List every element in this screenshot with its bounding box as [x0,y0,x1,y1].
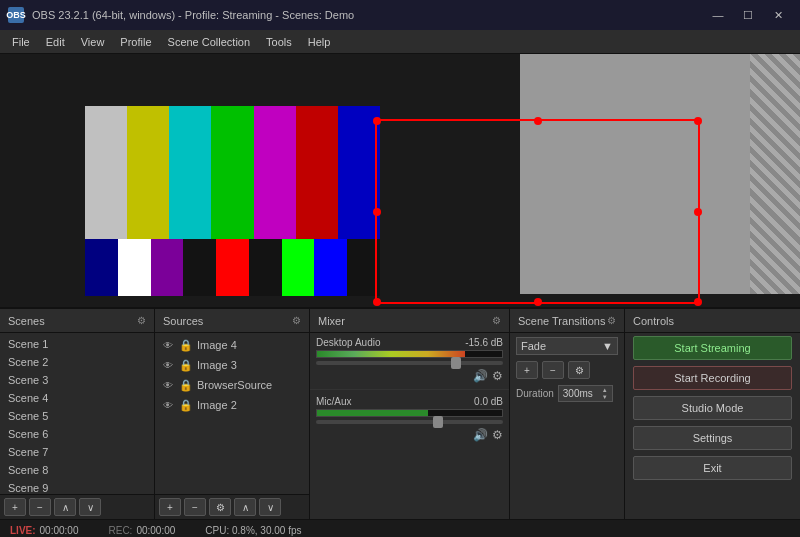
controls-panel: Controls Start Streaming Start Recording… [625,309,800,519]
sources-panel-icon[interactable]: ⚙ [292,315,301,326]
handle-tm [534,117,542,125]
mic-aux-config[interactable]: ⚙ [492,428,503,442]
transition-type-select[interactable]: Fade ▼ [516,337,618,355]
source-name: Image 4 [197,339,237,351]
desktop-audio-label: Desktop Audio [316,337,381,348]
sources-panel-label: Sources [163,315,203,327]
preview-area [0,54,800,309]
source-name: BrowserSource [197,379,272,391]
scenes-panel-icon[interactable]: ⚙ [137,315,146,326]
scene-item[interactable]: Scene 4 [2,389,152,407]
scenes-down-button[interactable]: ∨ [79,498,101,516]
scenes-list: Scene 1Scene 2Scene 3Scene 4Scene 5Scene… [0,333,154,494]
transitions-panel-icon[interactable]: ⚙ [607,315,616,326]
sources-down-button[interactable]: ∨ [259,498,281,516]
maximize-button[interactable]: ☐ [734,5,762,25]
handle-tl [373,117,381,125]
live-time: 00:00:00 [40,525,79,536]
mixer-divider [310,389,509,390]
duration-label: Duration [516,388,554,399]
sources-up-button[interactable]: ∧ [234,498,256,516]
transitions-add-button[interactable]: + [516,361,538,379]
source-lock-icon[interactable]: 🔒 [179,359,193,372]
source-item[interactable]: 👁 🔒 Image 3 [157,355,307,375]
sources-footer: + − ⚙ ∧ ∨ [155,494,309,519]
desktop-audio-mute[interactable]: 🔊 [473,369,488,383]
menu-view[interactable]: View [73,33,113,51]
live-label: LIVE: [10,525,36,536]
sources-settings-button[interactable]: ⚙ [209,498,231,516]
menu-tools[interactable]: Tools [258,33,300,51]
transitions-remove-button[interactable]: − [542,361,564,379]
menu-bar: File Edit View Profile Scene Collection … [0,30,800,54]
mic-aux-slider[interactable] [316,420,503,424]
scene-item[interactable]: Scene 9 [2,479,152,494]
scene-item[interactable]: Scene 5 [2,407,152,425]
scene-item[interactable]: Scene 2 [2,353,152,371]
menu-edit[interactable]: Edit [38,33,73,51]
controls-panel-header: Controls [625,309,800,333]
source-visibility-icon[interactable]: 👁 [161,398,175,412]
scene-item[interactable]: Scene 8 [2,461,152,479]
sources-list: 👁 🔒 Image 4 👁 🔒 Image 3 👁 🔒 BrowserSourc… [155,333,309,494]
smpte-color-bars [85,106,380,296]
menu-file[interactable]: File [4,33,38,51]
scenes-remove-button[interactable]: − [29,498,51,516]
sources-remove-button[interactable]: − [184,498,206,516]
source-visibility-icon[interactable]: 👁 [161,338,175,352]
status-bar: LIVE: 00:00:00 REC: 00:00:00 CPU: 0.8%, … [0,519,800,537]
scene-item[interactable]: Scene 7 [2,443,152,461]
desktop-audio-config[interactable]: ⚙ [492,369,503,383]
cpu-status: CPU: 0.8%, 30.00 fps [205,525,301,536]
duration-down-arrow[interactable]: ▼ [602,394,608,400]
source-item[interactable]: 👁 🔒 Image 4 [157,335,307,355]
transitions-add-row: + − ⚙ [510,359,624,381]
rec-time: 00:00:00 [136,525,175,536]
mixer-panel-icon[interactable]: ⚙ [492,315,501,326]
source-visibility-icon[interactable]: 👁 [161,358,175,372]
scenes-add-button[interactable]: + [4,498,26,516]
preview-black-left [0,54,85,309]
desktop-audio-meter [316,350,503,358]
mic-aux-channel: Mic/Aux 0.0 dB 🔊 ⚙ [310,392,509,446]
minimize-button[interactable]: — [704,5,732,25]
source-visibility-icon[interactable]: 👁 [161,378,175,392]
scene-item[interactable]: Scene 3 [2,371,152,389]
mic-aux-label: Mic/Aux [316,396,352,407]
title-text: OBS 23.2.1 (64-bit, windows) - Profile: … [32,9,354,21]
studio-mode-button[interactable]: Studio Mode [633,396,792,420]
transitions-panel-label: Scene Transitions [518,315,605,327]
desktop-audio-slider[interactable] [316,361,503,365]
source-lock-icon[interactable]: 🔒 [179,339,193,352]
start-recording-button[interactable]: Start Recording [633,366,792,390]
duration-value: 300ms [563,388,593,399]
source-item[interactable]: 👁 🔒 Image 2 [157,395,307,415]
title-bar: OBS OBS 23.2.1 (64-bit, windows) - Profi… [0,0,800,30]
transition-type-value: Fade [521,340,546,352]
desktop-audio-db: -15.6 dB [465,337,503,348]
scene-item[interactable]: Scene 1 [2,335,152,353]
app-icon: OBS [8,7,24,23]
scenes-panel-header: Scenes ⚙ [0,309,154,333]
scenes-up-button[interactable]: ∧ [54,498,76,516]
handle-tr [694,117,702,125]
close-button[interactable]: ✕ [764,5,792,25]
scene-item[interactable]: Scene 6 [2,425,152,443]
source-lock-icon[interactable]: 🔒 [179,379,193,392]
start-streaming-button[interactable]: Start Streaming [633,336,792,360]
source-lock-icon[interactable]: 🔒 [179,399,193,412]
sources-add-button[interactable]: + [159,498,181,516]
handle-br [694,298,702,306]
menu-help[interactable]: Help [300,33,339,51]
exit-button[interactable]: Exit [633,456,792,480]
menu-scene-collection[interactable]: Scene Collection [160,33,259,51]
cpu-value: CPU: 0.8%, 30.00 fps [205,525,301,536]
source-item[interactable]: 👁 🔒 BrowserSource [157,375,307,395]
menu-profile[interactable]: Profile [112,33,159,51]
settings-button[interactable]: Settings [633,426,792,450]
duration-up-arrow[interactable]: ▲ [602,387,608,393]
rec-label: REC: [109,525,133,536]
mic-aux-mute[interactable]: 🔊 [473,428,488,442]
transitions-config-button[interactable]: ⚙ [568,361,590,379]
source-name: Image 3 [197,359,237,371]
